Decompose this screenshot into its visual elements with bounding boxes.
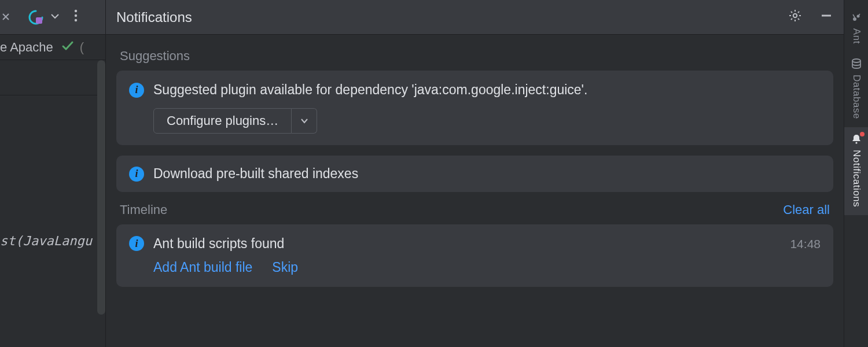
breadcrumb: e Apache ( — [0, 35, 105, 60]
timeline-card: i Ant build scripts found 14:48 Add Ant … — [116, 224, 833, 287]
svg-point-4 — [793, 13, 797, 17]
panel-title: Notifications — [116, 9, 192, 25]
minimize-icon[interactable] — [819, 9, 833, 26]
tool-button-database[interactable]: Database — [844, 52, 869, 127]
svg-rect-0 — [36, 17, 42, 24]
run-config-icon[interactable] — [28, 9, 44, 25]
notifications-panel: Notifications Suggestions i Suggested pl… — [106, 0, 844, 347]
svg-point-1 — [75, 9, 77, 12]
right-tool-rail: Ant Database Notifications — [844, 0, 868, 347]
svg-point-11 — [855, 142, 857, 143]
svg-point-3 — [75, 19, 77, 21]
suggestion-card: i Download pre-built shared indexes — [116, 156, 833, 192]
database-icon — [851, 58, 862, 71]
breadcrumb-separator: ( — [80, 40, 84, 55]
notification-dot — [860, 132, 865, 136]
more-vert-icon[interactable] — [74, 9, 78, 25]
tool-label: Ant — [851, 28, 862, 44]
suggestion-message: Suggested plugin available for dependenc… — [153, 82, 587, 98]
svg-point-6 — [853, 17, 856, 21]
close-icon[interactable] — [1, 10, 10, 25]
editor-scrollbar[interactable] — [97, 60, 105, 315]
editor-left-fragment: e Apache ( st(JavaLangu — [0, 0, 106, 347]
section-label-timeline: Timeline — [120, 202, 167, 217]
check-icon — [61, 38, 74, 56]
bell-icon — [851, 133, 862, 146]
chevron-down-icon[interactable] — [50, 10, 60, 25]
tool-label: Notifications — [851, 150, 862, 207]
timeline-message: Ant build scripts found — [153, 236, 284, 252]
ant-icon — [851, 12, 862, 25]
tool-button-notifications[interactable]: Notifications — [844, 127, 869, 215]
clear-all-link[interactable]: Clear all — [783, 202, 830, 217]
panel-header: Notifications — [106, 0, 844, 35]
configure-plugins-button[interactable]: Configure plugins… — [153, 108, 292, 134]
run-toolbar — [0, 0, 105, 35]
svg-line-8 — [853, 14, 855, 17]
configure-plugins-dropdown[interactable] — [292, 108, 317, 134]
timeline-time: 14:48 — [790, 237, 821, 251]
tool-button-ant[interactable]: Ant — [844, 6, 869, 52]
add-ant-build-link[interactable]: Add Ant build file — [153, 260, 252, 275]
breadcrumb-item[interactable]: e Apache — [0, 40, 53, 55]
info-icon: i — [129, 83, 144, 98]
suggestion-card: i Suggested plugin available for depende… — [116, 71, 833, 145]
editor-code-fragment[interactable]: st(JavaLangu — [0, 60, 105, 248]
svg-point-10 — [852, 59, 860, 62]
suggestion-message: Download pre-built shared indexes — [153, 166, 358, 182]
info-icon: i — [129, 236, 144, 251]
gear-icon[interactable] — [788, 9, 802, 26]
info-icon: i — [129, 167, 144, 182]
tool-label: Database — [851, 75, 862, 119]
skip-link[interactable]: Skip — [272, 260, 298, 275]
svg-point-2 — [75, 14, 77, 16]
section-label-suggestions: Suggestions — [120, 49, 190, 64]
